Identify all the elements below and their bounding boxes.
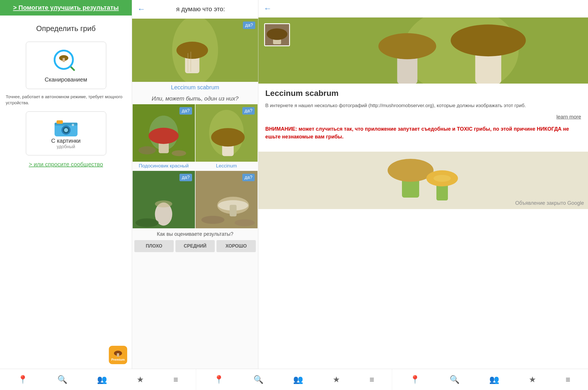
- right-content: Leccinum scabrum В интернете я нашел нес…: [258, 18, 588, 369]
- svg-point-30: [211, 128, 245, 146]
- scan-icon: [52, 48, 80, 76]
- main-mushroom-svg: [132, 19, 258, 82]
- svg-point-39: [201, 216, 225, 224]
- alternatives-grid: да? Подосиновик красный да?: [132, 104, 258, 228]
- premium-badge[interactable]: Premium: [109, 346, 127, 364]
- svg-point-11: [72, 124, 74, 126]
- nav-search-icon-2[interactable]: 🔍: [254, 375, 264, 384]
- alt-da-badge-4[interactable]: да?: [242, 174, 255, 181]
- hero-svg: [258, 18, 588, 84]
- rating-buttons: ПЛОХО СРЕДНИЙ ХОРОШО: [134, 240, 256, 252]
- svg-rect-2: [63, 58, 65, 62]
- svg-point-24: [148, 128, 179, 144]
- photo-label: С картинки: [51, 138, 80, 144]
- center-header: ← я думаю что это:: [132, 0, 258, 19]
- premium-label: Premium: [111, 358, 125, 361]
- ad-section: Объявление закрыто Google: [258, 152, 588, 209]
- svg-point-34: [136, 218, 159, 227]
- improve-results-link[interactable]: > Помогите улучшить результаты: [13, 4, 119, 11]
- community-link[interactable]: > или спросите сообщество: [29, 161, 103, 168]
- nav-star-icon-3[interactable]: ★: [529, 375, 536, 384]
- main-mushroom-container: да?: [132, 19, 258, 82]
- nav-location-icon-3[interactable]: 📍: [410, 375, 420, 384]
- svg-line-3: [71, 67, 74, 70]
- svg-rect-7: [57, 120, 63, 124]
- nav-people-icon-3[interactable]: 👥: [489, 375, 499, 384]
- svg-point-50: [267, 28, 287, 40]
- alt-image-4[interactable]: да?: [196, 171, 258, 228]
- warning-text: ВНИМАНИЕ: может случиться так, что прило…: [265, 125, 581, 141]
- thumbnail-overlay[interactable]: [264, 23, 290, 46]
- svg-point-56: [434, 175, 451, 182]
- thumbnail-svg: [265, 24, 289, 45]
- scan-option-card[interactable]: Сканированием: [26, 42, 106, 89]
- nav-menu-icon-2[interactable]: ≡: [370, 375, 374, 384]
- learn-more-link[interactable]: learn more: [265, 114, 581, 120]
- rating-question: Как вы оцениваете результаты?: [134, 231, 256, 237]
- or-text: Или, может быть, один из них?: [132, 93, 258, 104]
- rating-section: Как вы оцениваете результаты? ПЛОХО СРЕД…: [132, 228, 258, 254]
- center-panel: ← я думаю что это:: [132, 0, 258, 369]
- info-section: Leccinum scabrum В интернете я нашел нес…: [258, 84, 588, 152]
- nav-people-icon-1[interactable]: 👥: [97, 375, 107, 384]
- alt-da-badge-1[interactable]: да?: [179, 107, 192, 115]
- scan-label: Сканированием: [45, 76, 87, 83]
- top-banner[interactable]: > Помогите улучшить результаты: [0, 0, 132, 16]
- photo-option-card[interactable]: С картинки удобный: [26, 111, 106, 155]
- alt-item-4: да?: [196, 171, 258, 228]
- right-header: ←: [258, 0, 588, 18]
- alt-label-2[interactable]: Leccinum: [196, 162, 258, 170]
- nav-people-icon-2[interactable]: 👥: [293, 375, 303, 384]
- alt-item-2: да? Leccinum: [196, 104, 258, 170]
- alt-item-3: да?: [133, 171, 195, 228]
- nav-menu-icon-3[interactable]: ≡: [566, 375, 570, 384]
- nav-location-icon-1[interactable]: 📍: [18, 375, 28, 384]
- scan-description: Точнее, работает в автономном режиме, тр…: [6, 94, 126, 106]
- nav-location-icon-2[interactable]: 📍: [214, 375, 224, 384]
- nav-section-3: 📍 🔍 👥 ★ ≡: [392, 369, 588, 390]
- main-species-link[interactable]: Leccinum scabrum: [132, 82, 258, 93]
- premium-mushroom-icon: [113, 349, 123, 358]
- species-title: Leccinum scabrum: [265, 89, 581, 98]
- svg-point-10: [64, 128, 68, 132]
- nav-search-icon-1[interactable]: 🔍: [57, 375, 67, 384]
- center-scroll: да? Leccinum scabrum Или, может быть, од…: [132, 19, 258, 369]
- center-back-arrow[interactable]: ←: [137, 5, 145, 14]
- identify-title: Определить гриб: [36, 24, 96, 33]
- alt-label-1[interactable]: Подосиновик красный: [133, 162, 195, 170]
- center-title: я думаю что это:: [148, 5, 253, 13]
- alt-da-badge-2[interactable]: да?: [242, 107, 255, 115]
- camera-icon: [53, 117, 79, 138]
- alt-image-2[interactable]: да?: [196, 104, 258, 162]
- nav-section-1: 📍 🔍 👥 ★ ≡: [0, 369, 196, 390]
- svg-rect-13: [117, 353, 119, 357]
- svg-point-45: [451, 24, 526, 56]
- nav-section-2: 📍 🔍 👥 ★ ≡: [196, 369, 392, 390]
- hero-image: [258, 18, 588, 84]
- svg-point-25: [138, 146, 156, 154]
- nav-menu-icon-1[interactable]: ≡: [173, 375, 178, 384]
- rating-good-button[interactable]: ХОРОШО: [216, 240, 256, 252]
- svg-point-40: [234, 219, 254, 226]
- svg-point-33: [155, 200, 172, 207]
- right-back-arrow[interactable]: ←: [264, 4, 272, 13]
- left-panel: > Помогите улучшить результаты Определит…: [0, 0, 132, 369]
- rating-avg-button[interactable]: СРЕДНИЙ: [175, 240, 215, 252]
- main-mushroom-image[interactable]: [132, 19, 258, 82]
- main-da-badge[interactable]: да?: [243, 22, 255, 29]
- species-description: В интернете я нашел несколько фотографий…: [265, 102, 581, 109]
- svg-rect-38: [229, 205, 236, 216]
- photo-sublabel: удобный: [57, 144, 75, 149]
- rating-bad-button[interactable]: ПЛОХО: [134, 240, 174, 252]
- svg-point-26: [172, 150, 186, 156]
- alt-item-1: да? Подосиновик красный: [133, 104, 195, 170]
- alt-image-1[interactable]: да?: [133, 104, 195, 162]
- alt-image-3[interactable]: да?: [133, 171, 195, 228]
- bottom-nav: 📍 🔍 👥 ★ ≡ 📍 🔍 👥 ★ ≡ 📍 🔍 👥 ★ ≡: [0, 369, 588, 390]
- nav-star-icon-1[interactable]: ★: [137, 375, 144, 384]
- nav-search-icon-3[interactable]: 🔍: [450, 375, 460, 384]
- svg-point-18: [177, 42, 208, 59]
- ad-label: Объявление закрыто Google: [515, 200, 584, 206]
- alt-da-badge-3[interactable]: да?: [179, 174, 192, 181]
- nav-star-icon-2[interactable]: ★: [333, 375, 340, 384]
